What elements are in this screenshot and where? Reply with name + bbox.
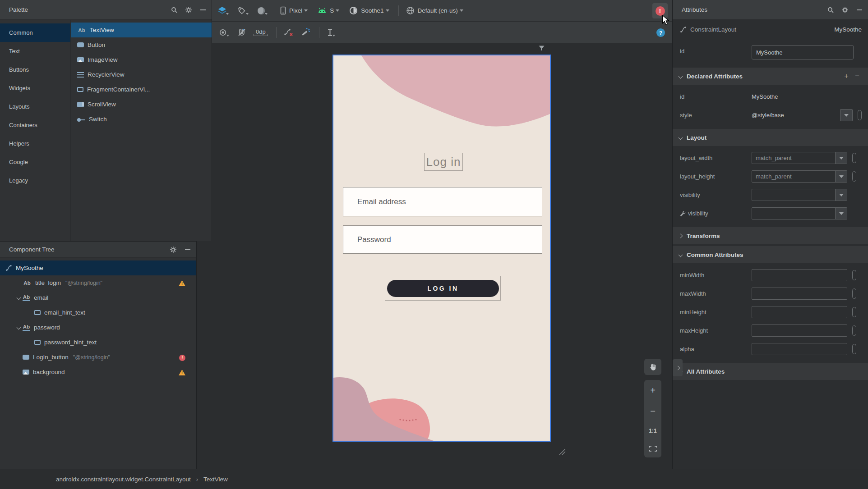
section-header-declared-attributes[interactable]: Declared Attributes+− xyxy=(673,68,868,85)
dropdown-button[interactable] xyxy=(835,152,847,164)
tools-attribute-toggle[interactable] xyxy=(852,171,856,182)
tools-attribute-toggle[interactable] xyxy=(852,307,856,317)
section-header-layout[interactable]: Layout xyxy=(673,129,868,146)
attr-input[interactable] xyxy=(752,306,847,318)
pack-margin-button[interactable] xyxy=(327,28,336,37)
hide-panel-icon[interactable] xyxy=(182,244,194,256)
palette-item-fragmentcontainervi[interactable]: FragmentContainerVi... xyxy=(71,82,212,97)
device-screen-preview[interactable]: Log in Email address Password LOG IN xyxy=(332,55,551,442)
breadcrumb-textview[interactable]: TextView xyxy=(203,476,228,483)
tree-item-background[interactable]: background! xyxy=(0,365,196,379)
tree-item-title-login[interactable]: Abtitle_login"@string/login"! xyxy=(0,275,196,290)
attr-combobox[interactable] xyxy=(752,189,847,201)
sidebar-category-containers[interactable]: Containers xyxy=(0,116,70,134)
gear-icon[interactable] xyxy=(167,244,179,256)
sidebar-category-layouts[interactable]: Layouts xyxy=(0,97,70,116)
add-attribute-button[interactable]: + xyxy=(841,72,852,81)
default-margin-button[interactable]: 0dp xyxy=(254,28,268,36)
zoom-fit-button[interactable] xyxy=(649,446,657,452)
sidebar-category-common[interactable]: Common xyxy=(0,23,70,42)
chevron-down-icon[interactable] xyxy=(16,296,21,300)
tools-attribute-toggle[interactable] xyxy=(852,270,856,280)
design-surface-selector[interactable] xyxy=(217,6,230,15)
attr-combobox[interactable]: match_parent xyxy=(752,152,847,164)
tools-attribute-toggle[interactable] xyxy=(852,325,856,336)
tools-attribute-toggle[interactable] xyxy=(852,288,856,299)
section-header-common-attributes[interactable]: Common Attributes xyxy=(673,246,868,263)
selected-component-row[interactable]: ConstraintLayout MySoothe xyxy=(673,20,868,39)
login-title-textview[interactable]: Log in xyxy=(424,153,463,171)
orientation-selector[interactable] xyxy=(237,6,249,16)
canvas-resize-handle[interactable] xyxy=(558,448,566,455)
night-mode-selector[interactable] xyxy=(257,6,268,15)
tools-attribute-toggle[interactable] xyxy=(858,110,862,120)
infer-constraints-button[interactable] xyxy=(301,27,311,37)
sidebar-category-google[interactable]: Google xyxy=(0,153,70,171)
attr-row-layout-height: layout_heightmatch_parent xyxy=(673,167,868,186)
theme-selector[interactable]: Soothe1 xyxy=(349,6,389,15)
section-header-all-attributes[interactable]: All Attributes xyxy=(673,363,868,380)
attr-combobox[interactable] xyxy=(752,207,847,219)
palette-item-recyclerview[interactable]: RecyclerView xyxy=(71,67,212,82)
palette-item-switch[interactable]: Switch xyxy=(71,112,212,127)
hide-panel-icon[interactable] xyxy=(197,4,209,16)
design-canvas[interactable]: Log in Email address Password LOG IN + −… xyxy=(196,43,672,469)
palette-item-imageview[interactable]: ImageView xyxy=(71,52,212,67)
search-icon[interactable] xyxy=(825,4,836,16)
attr-input[interactable] xyxy=(752,343,847,355)
chevron-down-icon xyxy=(226,35,229,37)
tree-item-mysoothe[interactable]: MySoothe xyxy=(0,260,196,275)
locale-selector[interactable]: Default (en-us) xyxy=(406,6,463,15)
email-field[interactable]: Email address xyxy=(343,187,542,216)
password-field[interactable]: Password xyxy=(343,225,542,254)
chevron-down-icon[interactable] xyxy=(16,325,21,330)
tree-item-password[interactable]: Abpassword xyxy=(0,320,196,335)
dropdown-button[interactable] xyxy=(835,208,847,219)
sidebar-category-legacy[interactable]: Legacy xyxy=(0,171,70,190)
sidebar-category-text[interactable]: Text xyxy=(0,42,70,60)
view-options-button[interactable] xyxy=(218,29,230,36)
palette-item-textview[interactable]: AbTextView xyxy=(71,23,212,37)
attr-input[interactable] xyxy=(752,288,847,300)
help-button[interactable]: ? xyxy=(656,28,665,37)
clear-constraints-button[interactable] xyxy=(284,28,294,37)
gear-icon[interactable] xyxy=(183,4,194,16)
api-selector[interactable]: S xyxy=(318,7,339,14)
dropdown-button[interactable] xyxy=(840,109,853,121)
zoom-out-button[interactable]: − xyxy=(650,407,656,416)
eye-icon xyxy=(218,29,227,36)
section-header-transforms[interactable]: Transforms xyxy=(673,227,868,244)
tree-item-email-hint-text[interactable]: email_hint_text xyxy=(0,305,196,320)
attr-combobox[interactable]: match_parent xyxy=(752,170,847,183)
pan-tool-button[interactable] xyxy=(644,359,661,375)
sidebar-category-buttons[interactable]: Buttons xyxy=(0,60,70,79)
splitter-collapse-button[interactable] xyxy=(673,359,683,376)
tools-attribute-toggle[interactable] xyxy=(852,153,856,163)
gear-icon[interactable] xyxy=(839,4,851,16)
remove-attribute-button[interactable]: − xyxy=(852,72,863,81)
device-selector[interactable]: Pixel xyxy=(280,6,308,15)
login-button[interactable]: LOG IN xyxy=(387,280,499,297)
sidebar-category-widgets[interactable]: Widgets xyxy=(0,79,70,97)
id-input[interactable]: MySoothe xyxy=(752,45,854,59)
attr-input[interactable] xyxy=(752,324,847,337)
filter-icon[interactable] xyxy=(538,45,545,52)
tree-item-email[interactable]: Abemail xyxy=(0,290,196,305)
attr-input[interactable] xyxy=(752,269,847,281)
tree-expander-slot xyxy=(14,296,23,299)
attribute-sections: Declared Attributes+−idMySoothestyle@sty… xyxy=(673,68,868,380)
palette-item-button[interactable]: Button xyxy=(71,37,212,52)
zoom-1to1-button[interactable]: 1:1 xyxy=(649,428,656,434)
tools-attribute-toggle[interactable] xyxy=(852,344,856,354)
dropdown-button[interactable] xyxy=(835,189,847,201)
hide-panel-icon[interactable] xyxy=(854,4,865,16)
tree-item-password-hint-text[interactable]: password_hint_text xyxy=(0,335,196,350)
autoconnect-toggle[interactable] xyxy=(237,28,246,37)
palette-item-scrollview[interactable]: ScrollView xyxy=(71,97,212,112)
dropdown-button[interactable] xyxy=(835,171,847,182)
breadcrumb-constraintlayout[interactable]: androidx.constraintlayout.widget.Constra… xyxy=(56,476,191,483)
zoom-in-button[interactable]: + xyxy=(650,386,656,395)
search-icon[interactable] xyxy=(168,4,180,16)
sidebar-category-helpers[interactable]: Helpers xyxy=(0,134,70,153)
tree-item-login-button[interactable]: LogIn_button"@string/login"! xyxy=(0,350,196,365)
